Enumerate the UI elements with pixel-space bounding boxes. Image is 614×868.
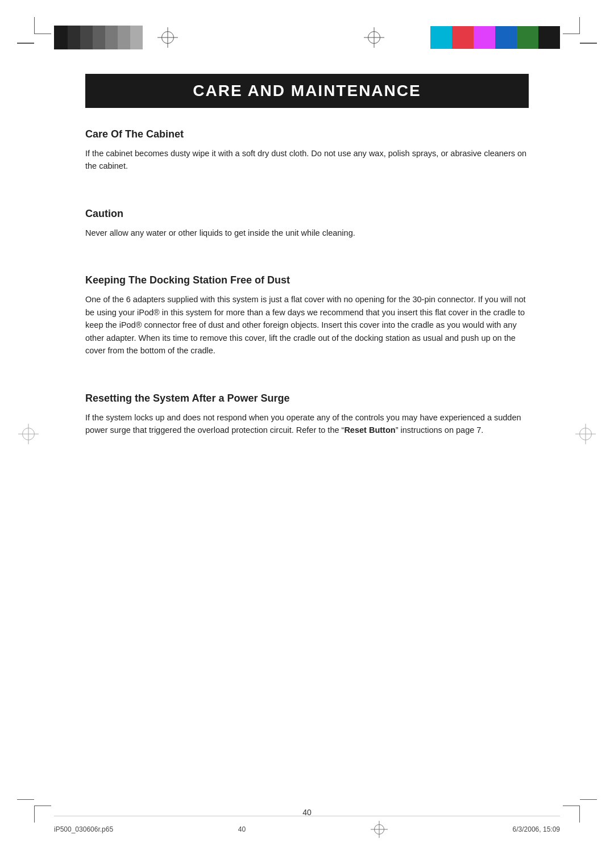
- heading-docking-station: Keeping The Docking Station Free of Dust: [85, 274, 529, 286]
- black-bars: [54, 26, 143, 49]
- side-crosshair-right: [575, 424, 596, 444]
- black-bar-4: [93, 26, 105, 49]
- body-resetting-bold: Reset Button: [344, 425, 395, 435]
- footer-bar: iP500_030606r.p65 40 6/3/2006, 15:09: [54, 816, 560, 842]
- side-crosshair-left: [18, 424, 39, 444]
- title-banner: CARE AND MAINTENANCE: [85, 74, 529, 108]
- color-bars-area: [54, 22, 560, 53]
- color-bar-dark: [538, 26, 560, 49]
- heading-care-of-cabinet: Care Of The Cabinet: [85, 128, 529, 140]
- color-bar-green: [517, 26, 538, 49]
- crosshair-left: [157, 27, 178, 48]
- footer-crosshair-circle: [374, 824, 384, 834]
- crosshair-circle-right: [368, 31, 380, 44]
- body-resetting-part3: ” instructions on page 7.: [396, 425, 484, 435]
- body-caution: Never allow any water or other liquids t…: [85, 227, 529, 239]
- color-bars-right: [395, 26, 560, 49]
- black-bar-3: [80, 26, 93, 49]
- page: CARE AND MAINTENANCE Care Of The Cabinet…: [0, 0, 614, 868]
- black-bar-6: [118, 26, 130, 49]
- color-bar-cyan: [430, 26, 452, 49]
- hline-top-right: [580, 43, 597, 44]
- side-crosshair-left-circle: [22, 428, 35, 440]
- black-bar-1: [54, 26, 68, 49]
- black-bar-2: [68, 26, 80, 49]
- black-bar-5: [105, 26, 118, 49]
- hline-top-left: [17, 43, 34, 44]
- crosshair-circle-left: [161, 31, 174, 44]
- footer-center-number: 40: [238, 825, 246, 833]
- corner-mark-top-right: [563, 17, 580, 34]
- black-bar-7: [130, 26, 143, 49]
- main-content: CARE AND MAINTENANCE Care Of The Cabinet…: [85, 74, 529, 783]
- footer-left: iP500_030606r.p65: [54, 825, 113, 833]
- footer-right: 6/3/2006, 15:09: [513, 825, 560, 833]
- body-docking-station: One of the 6 adapters supplied with this…: [85, 293, 529, 357]
- heading-resetting-system: Resetting the System After a Power Surge: [85, 393, 529, 404]
- corner-mark-bottom-right: [563, 806, 580, 823]
- corner-mark-bottom-left: [34, 806, 51, 823]
- page-title: CARE AND MAINTENANCE: [97, 82, 517, 100]
- crosshair-right: [364, 27, 384, 48]
- color-bar-blue: [495, 26, 517, 49]
- footer-crosshair: [371, 821, 388, 838]
- color-bar-red: [452, 26, 474, 49]
- heading-caution: Caution: [85, 208, 529, 220]
- body-care-of-cabinet: If the cabinet becomes dusty wipe it wit…: [85, 147, 529, 173]
- hline-bottom-left: [17, 799, 34, 800]
- corner-mark-top-left: [34, 17, 51, 34]
- hline-bottom-right: [580, 799, 597, 800]
- color-bar-magenta: [474, 26, 495, 49]
- body-resetting-system: If the system locks up and does not resp…: [85, 411, 529, 437]
- side-crosshair-right-circle: [579, 428, 592, 440]
